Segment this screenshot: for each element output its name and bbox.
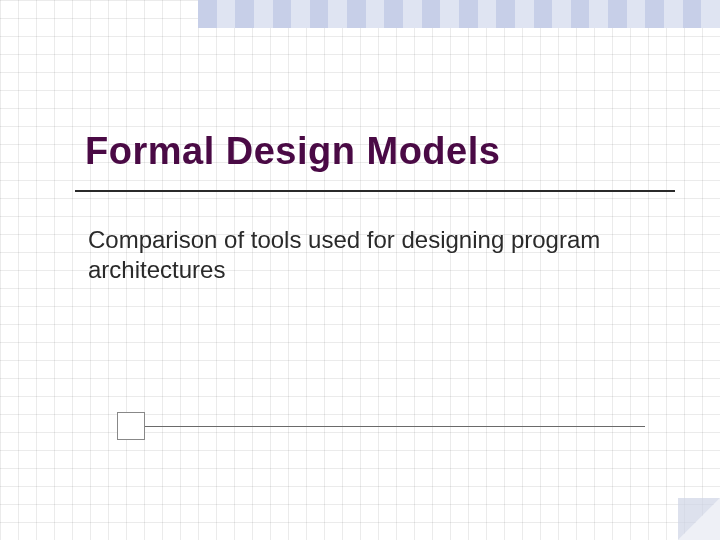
page-curl-icon [678,498,720,540]
title-underline [75,190,675,192]
slide-title: Formal Design Models [85,130,500,173]
slide-subtitle: Comparison of tools used for designing p… [88,225,620,285]
accent-square-icon [117,412,145,440]
top-accent-band [198,0,720,28]
accent-horizontal-rule [145,426,645,427]
